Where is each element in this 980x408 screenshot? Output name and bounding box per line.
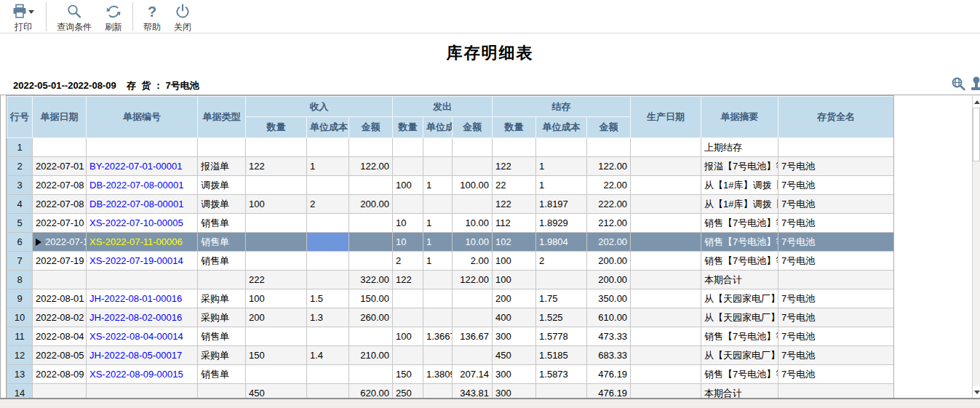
- cell-item-name[interactable]: 7号电池: [778, 327, 894, 346]
- cell-in-amt[interactable]: 620.00: [349, 384, 393, 399]
- cell-bal-amt[interactable]: 476.19: [587, 384, 631, 399]
- cell-bal-cost[interactable]: 1: [536, 176, 587, 195]
- cell-bal-qty[interactable]: 22: [493, 176, 536, 195]
- cell-no[interactable]: 14: [7, 384, 33, 399]
- vertical-scrollbar[interactable]: [972, 96, 980, 398]
- cell-bal-qty[interactable]: [493, 138, 536, 157]
- cell-bal-cost[interactable]: 1.8197: [536, 195, 587, 214]
- cell-no[interactable]: 1: [7, 138, 33, 157]
- cell-prod-date[interactable]: [631, 327, 701, 346]
- cell-prod-date[interactable]: [631, 138, 701, 157]
- cell-in-cost[interactable]: [307, 214, 349, 233]
- cell-item-name[interactable]: 7号电池: [778, 214, 894, 233]
- query-conditions-button[interactable]: 查询条件: [50, 2, 98, 34]
- cell-summary[interactable]: 销售【7号电池】等: [701, 252, 778, 271]
- cell-in-qty[interactable]: [246, 233, 307, 252]
- table-row[interactable]: 62022-07-11XS-2022-07-11-00006销售单10110.0…: [7, 233, 894, 252]
- cell-in-cost[interactable]: [307, 271, 349, 289]
- cell-out-qty[interactable]: [393, 346, 423, 365]
- cell-prod-date[interactable]: [631, 365, 701, 384]
- cell-bal-amt[interactable]: 200.00: [587, 252, 631, 271]
- doc-number-link[interactable]: XS-2022-08-09-00015: [89, 369, 183, 380]
- cell-in-qty[interactable]: [246, 365, 307, 384]
- cell-date[interactable]: [33, 138, 87, 157]
- cell-out-qty[interactable]: [393, 289, 423, 308]
- cell-out-qty[interactable]: 10: [393, 233, 423, 252]
- cell-item-name[interactable]: [778, 271, 894, 289]
- cell-out-qty[interactable]: [393, 195, 423, 214]
- cell-bal-cost[interactable]: [536, 384, 587, 399]
- cell-prod-date[interactable]: [631, 384, 701, 399]
- cell-in-cost[interactable]: 1.5: [307, 289, 349, 308]
- table-row[interactable]: 102022-08-02JH-2022-08-02-00016采购单2001.3…: [7, 308, 894, 327]
- col-header-in-qty[interactable]: 数量: [246, 117, 307, 138]
- cell-bal-cost[interactable]: 1.5778: [536, 327, 587, 346]
- cell-summary[interactable]: 从【1#库】调拨【7: [701, 195, 778, 214]
- cell-prod-date[interactable]: [631, 289, 701, 308]
- doc-number-link[interactable]: XS-2022-08-04-00014: [89, 331, 183, 342]
- cell-date[interactable]: 2022-08-04: [33, 327, 87, 346]
- cell-out-amt[interactable]: [453, 157, 493, 176]
- cell-in-cost[interactable]: [307, 365, 349, 384]
- cell-in-qty[interactable]: 100: [246, 195, 307, 214]
- cell-out-amt[interactable]: 207.14: [453, 365, 493, 384]
- cell-no[interactable]: 13: [7, 365, 33, 384]
- col-header-bal-qty[interactable]: 数量: [493, 117, 536, 138]
- cell-item-name[interactable]: [778, 138, 894, 157]
- col-header-date[interactable]: 单据日期: [33, 97, 87, 138]
- cell-type[interactable]: 销售单: [198, 327, 246, 346]
- horizontal-scrollbar[interactable]: [0, 399, 980, 408]
- cell-item-name[interactable]: 7号电池: [778, 289, 894, 308]
- doc-number-link[interactable]: DB-2022-07-08-00001: [89, 199, 183, 209]
- cell-in-cost[interactable]: [307, 327, 349, 346]
- cell-prod-date[interactable]: [631, 308, 701, 327]
- doc-number-link[interactable]: JH-2022-08-05-00017: [89, 350, 182, 361]
- cell-in-cost[interactable]: [307, 384, 349, 399]
- scroll-down-button[interactable]: [973, 386, 980, 398]
- cell-out-cost[interactable]: [423, 289, 453, 308]
- cell-out-cost[interactable]: [423, 308, 453, 327]
- cell-out-cost[interactable]: [423, 271, 453, 289]
- col-header-in-cost[interactable]: 单位成本: [307, 117, 349, 138]
- print-button[interactable]: 打印: [4, 2, 42, 34]
- cell-no[interactable]: 5: [7, 214, 33, 233]
- cell-bal-qty[interactable]: 102: [493, 233, 536, 252]
- cell-prod-date[interactable]: [631, 271, 701, 289]
- cell-in-qty[interactable]: [246, 138, 307, 157]
- cell-out-qty[interactable]: 122: [393, 271, 423, 289]
- cell-item-name[interactable]: 7号电池: [778, 346, 894, 365]
- cell-out-amt[interactable]: 122.00: [453, 271, 493, 289]
- cell-prod-date[interactable]: [631, 176, 701, 195]
- table-row[interactable]: 42022-07-08DB-2022-07-08-00001调拨单1002200…: [7, 195, 894, 214]
- cell-date[interactable]: 2022-07-01: [33, 157, 87, 176]
- cell-out-qty[interactable]: [393, 138, 423, 157]
- cell-item-name[interactable]: 7号电池: [778, 252, 894, 271]
- cell-summary[interactable]: 报溢【7号电池】等: [701, 157, 778, 176]
- cell-out-qty[interactable]: 100: [393, 176, 423, 195]
- cell-out-cost[interactable]: [423, 346, 453, 365]
- cell-bal-qty[interactable]: 122: [493, 195, 536, 214]
- cell-date[interactable]: 2022-08-01: [33, 289, 87, 308]
- cell-out-cost[interactable]: [423, 195, 453, 214]
- cell-in-amt[interactable]: [349, 327, 393, 346]
- cell-out-qty[interactable]: 2: [393, 252, 423, 271]
- cell-in-cost[interactable]: [307, 176, 349, 195]
- cell-bal-cost[interactable]: [536, 138, 587, 157]
- cell-type[interactable]: 销售单: [198, 233, 246, 252]
- cell-bal-amt[interactable]: 683.33: [587, 346, 631, 365]
- cell-bal-amt[interactable]: 22.00: [587, 176, 631, 195]
- cell-out-qty[interactable]: 250: [393, 384, 423, 399]
- cell-bal-qty[interactable]: 400: [493, 308, 536, 327]
- cell-doc[interactable]: JH-2022-08-05-00017: [87, 346, 198, 365]
- cell-summary[interactable]: 上期结存: [701, 138, 778, 157]
- scroll-up-button[interactable]: [973, 96, 980, 108]
- cell-bal-amt[interactable]: 476.19: [587, 365, 631, 384]
- cell-bal-qty[interactable]: 300: [493, 384, 536, 399]
- cell-out-qty[interactable]: [393, 308, 423, 327]
- cell-in-amt[interactable]: [349, 365, 393, 384]
- cell-in-amt[interactable]: 210.00: [349, 346, 393, 365]
- cell-item-name[interactable]: 7号电池: [778, 176, 894, 195]
- cell-prod-date[interactable]: [631, 157, 701, 176]
- cell-in-qty[interactable]: [246, 252, 307, 271]
- col-header-summary[interactable]: 单据摘要: [701, 97, 778, 138]
